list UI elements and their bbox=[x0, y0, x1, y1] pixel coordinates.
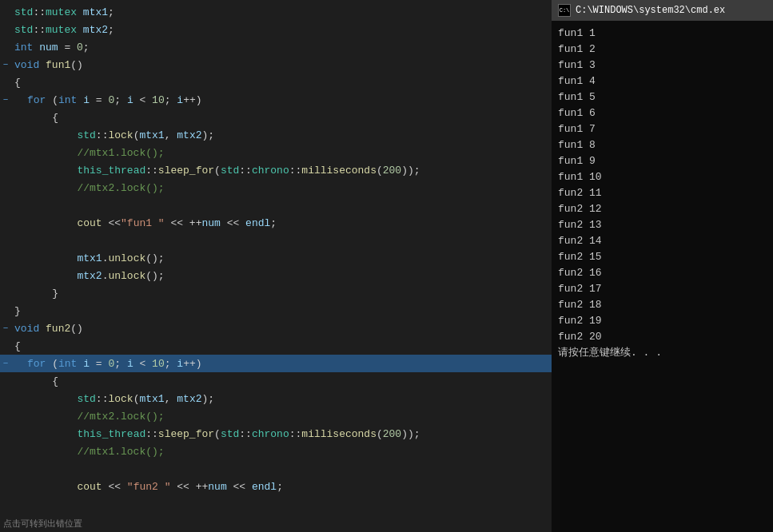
code-text-21: for (int i = 0; i < 10; i++) bbox=[11, 358, 202, 370]
gutter-4[interactable]: − bbox=[0, 60, 11, 69]
terminal-line: fun1 2 bbox=[558, 42, 767, 58]
terminal-line: fun1 8 bbox=[558, 137, 767, 153]
code-text-13: cout <<"fun1 " << ++num << endl; bbox=[11, 217, 277, 229]
terminal-line: fun1 7 bbox=[558, 121, 767, 137]
gutter-6[interactable]: − bbox=[0, 95, 11, 105]
code-line-9: //mtx1.lock(); bbox=[0, 144, 552, 161]
code-line-21: − for (int i = 0; i < 10; i++) bbox=[0, 355, 552, 372]
terminal-line: fun2 15 bbox=[558, 249, 767, 265]
code-line-7: { bbox=[0, 109, 552, 126]
code-text-28: cout << "fun2 " << ++num << endl; bbox=[11, 481, 283, 493]
code-line-4: − void fun1() bbox=[0, 56, 552, 73]
code-text-19: void fun2() bbox=[11, 323, 83, 335]
code-text-1: std::mutex mtx1; bbox=[11, 6, 114, 18]
code-line-3: int num = 0; bbox=[0, 38, 552, 56]
code-line-18: } bbox=[0, 302, 552, 320]
code-line-25: this_thread::sleep_for(std::chrono::mill… bbox=[0, 425, 552, 443]
code-text-5: { bbox=[11, 77, 21, 89]
code-text-25: this_thread::sleep_for(std::chrono::mill… bbox=[11, 428, 420, 440]
gutter-21[interactable]: − bbox=[0, 359, 11, 368]
code-text-24: //mtx2.lock(); bbox=[11, 411, 165, 423]
code-line-13: cout <<"fun1 " << ++num << endl; bbox=[0, 214, 552, 232]
code-line-6: − for (int i = 0; i < 10; i++) bbox=[0, 91, 552, 109]
code-text-16: mtx2.unlock(); bbox=[11, 270, 165, 282]
code-line-23: std::lock(mtx1, mtx2); bbox=[0, 390, 552, 407]
code-line-26: //mtx1.lock(); bbox=[0, 443, 552, 460]
terminal-line: fun2 17 bbox=[558, 281, 767, 297]
code-text-14 bbox=[11, 235, 21, 247]
terminal-line: fun2 11 bbox=[558, 185, 767, 201]
code-line-28: cout << "fun2 " << ++num << endl; bbox=[0, 478, 552, 495]
terminal-line: fun2 13 bbox=[558, 217, 767, 233]
code-line-22: { bbox=[0, 372, 552, 390]
code-text-2: std::mutex mtx2; bbox=[11, 24, 114, 36]
code-text-7: { bbox=[11, 112, 58, 124]
code-line-2: std::mutex mtx2; bbox=[0, 21, 552, 38]
terminal-panel: C:\ C:\WINDOWS\system32\cmd.ex fun1 1fun… bbox=[552, 0, 773, 532]
code-text-20: { bbox=[11, 340, 21, 352]
terminal-line: fun2 14 bbox=[558, 233, 767, 249]
code-text-4: void fun1() bbox=[11, 59, 83, 71]
code-text-11: //mtx2.lock(); bbox=[11, 182, 165, 194]
terminal-line: fun2 19 bbox=[558, 313, 767, 329]
code-line-17: } bbox=[0, 284, 552, 302]
code-panel: std::mutex mtx1; std::mutex mtx2; int nu… bbox=[0, 0, 552, 532]
code-text-3: int num = 0; bbox=[11, 42, 90, 54]
hint-text: 点击可转到出错位置 bbox=[3, 519, 82, 529]
code-line-15: mtx1.unlock(); bbox=[0, 249, 552, 267]
code-text-12 bbox=[11, 200, 21, 212]
terminal-line: fun1 6 bbox=[558, 105, 767, 121]
terminal-content[interactable]: fun1 1fun1 2fun1 3fun1 4fun1 5fun1 6fun1… bbox=[552, 21, 773, 532]
cmd-icon-text: C:\ bbox=[560, 7, 570, 14]
terminal-line: fun2 12 bbox=[558, 201, 767, 217]
code-text-8: std::lock(mtx1, mtx2); bbox=[11, 129, 214, 141]
code-text-9: //mtx1.lock(); bbox=[11, 147, 165, 159]
code-text-15: mtx1.unlock(); bbox=[11, 252, 165, 264]
code-content: std::mutex mtx1; std::mutex mtx2; int nu… bbox=[0, 0, 552, 498]
code-text-22: { bbox=[11, 375, 58, 387]
code-line-11: //mtx2.lock(); bbox=[0, 179, 552, 197]
code-text-6: for (int i = 0; i < 10; i++) bbox=[11, 94, 202, 106]
bottom-hint: 点击可转到出错位置 bbox=[0, 516, 552, 532]
code-text-23: std::lock(mtx1, mtx2); bbox=[11, 393, 214, 405]
code-line-20: { bbox=[0, 337, 552, 355]
gutter-19[interactable]: − bbox=[0, 324, 11, 333]
terminal-line: fun1 9 bbox=[558, 153, 767, 169]
terminal-icon: C:\ bbox=[558, 4, 571, 17]
code-text-17: } bbox=[11, 288, 58, 300]
code-line-27 bbox=[0, 460, 552, 478]
code-line-14 bbox=[0, 232, 552, 249]
code-line-1: std::mutex mtx1; bbox=[0, 3, 552, 21]
main-area: std::mutex mtx1; std::mutex mtx2; int nu… bbox=[0, 0, 773, 532]
code-text-10: this_thread::sleep_for(std::chrono::mill… bbox=[11, 165, 420, 177]
code-text-18: } bbox=[11, 305, 21, 317]
code-line-5: { bbox=[0, 73, 552, 91]
terminal-line: fun2 20 bbox=[558, 329, 767, 345]
terminal-line: fun2 16 bbox=[558, 265, 767, 281]
terminal-line: fun1 10 bbox=[558, 169, 767, 185]
terminal-titlebar: C:\ C:\WINDOWS\system32\cmd.ex bbox=[552, 0, 773, 21]
terminal-line: fun1 1 bbox=[558, 26, 767, 42]
code-line-8: std::lock(mtx1, mtx2); bbox=[0, 126, 552, 144]
terminal-title: C:\WINDOWS\system32\cmd.ex bbox=[576, 5, 725, 16]
code-text-26: //mtx1.lock(); bbox=[11, 446, 165, 458]
terminal-line: 请按任意键继续. . . bbox=[558, 345, 767, 361]
code-line-24: //mtx2.lock(); bbox=[0, 407, 552, 425]
code-line-10: this_thread::sleep_for(std::chrono::mill… bbox=[0, 161, 552, 179]
terminal-line: fun1 3 bbox=[558, 58, 767, 73]
code-text-27 bbox=[11, 463, 21, 475]
terminal-line: fun1 5 bbox=[558, 89, 767, 105]
terminal-line: fun1 4 bbox=[558, 73, 767, 89]
code-line-12 bbox=[0, 197, 552, 214]
code-line-16: mtx2.unlock(); bbox=[0, 267, 552, 284]
terminal-line: fun2 18 bbox=[558, 297, 767, 313]
code-line-19: − void fun2() bbox=[0, 320, 552, 337]
